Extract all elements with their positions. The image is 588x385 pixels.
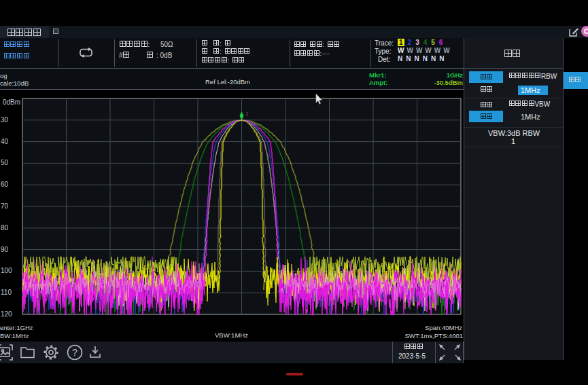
svg-text:110: 110 [1, 289, 12, 296]
svg-text:60: 60 [1, 181, 9, 188]
svg-text:80: 80 [1, 224, 9, 232]
svg-text:30: 30 [1, 116, 9, 124]
svg-text:120: 120 [1, 310, 12, 318]
svg-text:100: 100 [1, 267, 12, 274]
svg-text:1: 1 [245, 111, 249, 117]
svg-text:0dBm: 0dBm [3, 98, 20, 106]
svg-text:70: 70 [1, 202, 9, 210]
svg-text:50: 50 [1, 159, 9, 166]
svg-text:?: ? [72, 347, 77, 358]
svg-text:90: 90 [1, 246, 9, 253]
svg-text:40: 40 [1, 138, 9, 145]
